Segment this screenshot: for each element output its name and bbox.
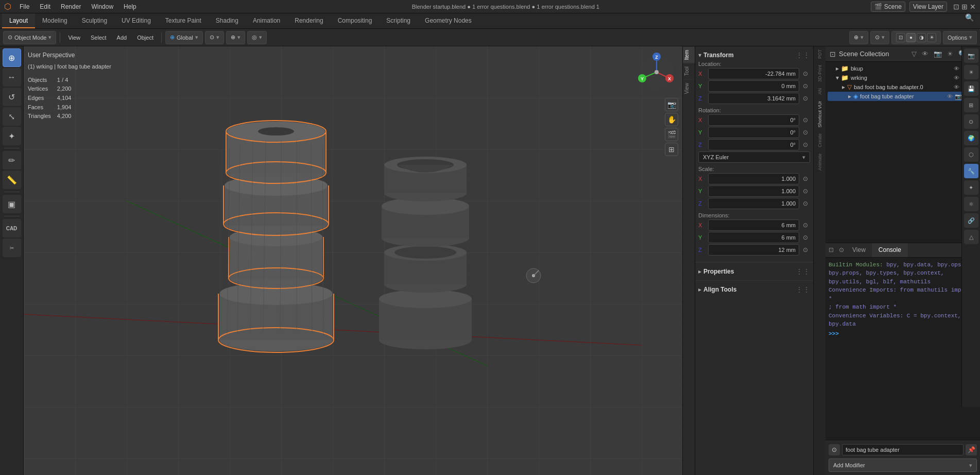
tool-rotate[interactable]: ↺ [3, 88, 21, 106]
blender-logo[interactable]: ⬡ [4, 2, 11, 11]
view-menu[interactable]: View [64, 31, 84, 44]
nav-grid[interactable]: ⊞ [665, 143, 678, 156]
tool-move[interactable]: ↔ [3, 68, 21, 87]
wireframe-btn[interactable]: ⊡ [896, 33, 905, 42]
tool-add-cube[interactable]: ▣ [3, 195, 21, 213]
prop-icon-constraints[interactable]: 🔗 [964, 213, 978, 228]
add-modifier-btn[interactable]: Add Modifier ▾ [829, 459, 977, 472]
prop-icon-modifier[interactable]: 🔧 [964, 164, 978, 178]
tab-geometry-nodes[interactable]: Geometry Nodes [418, 13, 479, 28]
bkup-eye[interactable]: 👁 [954, 65, 959, 72]
tool-cad2[interactable]: ✂ [3, 239, 21, 257]
rotation-y-input[interactable]: 0° [708, 127, 799, 138]
dim-z-input[interactable]: 12 mm [708, 244, 799, 256]
location-z-input[interactable]: 3.1642 mm [708, 93, 799, 104]
animate-label[interactable]: Animate [816, 150, 823, 174]
transform-orientation[interactable]: ⊕ Global ▾ [165, 31, 203, 44]
options-dropdown[interactable]: Options ▾ [943, 31, 977, 44]
menu-edit[interactable]: Edit [36, 2, 55, 11]
foot-bag-cam[interactable]: 📷 [955, 93, 962, 100]
scene-camera-icon[interactable]: 📷 [934, 50, 942, 58]
tab-texture-paint[interactable]: Texture Paint [158, 13, 209, 28]
tab-shading[interactable]: Shading [209, 13, 246, 28]
dim-x-input[interactable]: 6 mm [708, 219, 799, 231]
wrking-eye[interactable]: 👁 [954, 75, 959, 81]
prop-icon-view-layer[interactable]: ⊞ [964, 98, 978, 112]
tab-compositing[interactable]: Compositing [331, 13, 380, 28]
dim-x-copy[interactable]: ⊙ [801, 220, 810, 230]
location-x-input[interactable]: -22.784 mm [708, 68, 799, 79]
an-label[interactable]: AN [816, 85, 823, 98]
create-label[interactable]: Create [816, 130, 823, 150]
align-tools-header[interactable]: ▸ Align Tools ⋮⋮ [698, 284, 810, 295]
prop-icon-scene2[interactable]: ⊙ [964, 114, 978, 129]
collection-item-wrking[interactable]: ▾ 📁 wrking 👁 📷 ☀ [828, 73, 978, 82]
proportional-edit[interactable]: ◎ ▾ [247, 31, 267, 44]
tab-view[interactable]: View [846, 243, 872, 257]
window-btn[interactable]: ⊞ [961, 3, 968, 11]
tool-cursor[interactable]: ⊕ [3, 48, 21, 67]
location-y-input[interactable]: 0 mm [708, 80, 799, 92]
collection-item-bkup[interactable]: ▸ 📁 bkup 👁 📷 ☀ [828, 64, 978, 73]
prop-icon-scene[interactable]: 📷 [964, 48, 978, 63]
prop-icon-object[interactable]: ⬡ [964, 147, 978, 162]
tab-rendering[interactable]: Rendering [287, 13, 330, 28]
dim-y-input[interactable]: 6 mm [708, 232, 799, 243]
rotation-z-input[interactable]: 0° [708, 139, 799, 150]
scale-z-input[interactable]: 1.000 [708, 198, 799, 209]
tool-scale[interactable]: ⤡ [3, 107, 21, 126]
prop-icon-physics[interactable]: ⚛ [964, 197, 978, 211]
scale-x-input[interactable]: 1.000 [708, 173, 799, 184]
snap-btn[interactable]: ⊕ ▾ [226, 31, 245, 44]
object-menu[interactable]: Object [133, 31, 158, 44]
tool-cad[interactable]: CAD [3, 219, 21, 237]
properties-section[interactable]: ▸ Properties ⋮⋮ [695, 262, 813, 280]
dim-z-copy[interactable]: ⊙ [801, 245, 810, 255]
rotation-mode-dropdown[interactable]: XYZ Euler ▾ [698, 151, 810, 163]
console-input[interactable] [841, 331, 977, 337]
tab-icon2[interactable]: ⊙ [837, 243, 846, 257]
nav-hand[interactable]: ✋ [665, 113, 678, 126]
overlay-btn[interactable]: ⊕ ▾ [849, 31, 868, 44]
scale-z-copy[interactable]: ⊙ [801, 199, 810, 208]
align-tools-section[interactable]: ▸ Align Tools ⋮⋮ [695, 280, 813, 298]
viewport-gizmo[interactable]: Z X Y [636, 52, 677, 93]
props-icon-scene[interactable]: ⊙ [829, 444, 840, 455]
location-z-copy[interactable]: ⊙ [801, 94, 810, 103]
tool-measure[interactable]: 📏 [3, 171, 21, 189]
close-btn[interactable]: ✕ [970, 3, 976, 11]
location-y-copy[interactable]: ⊙ [801, 81, 810, 91]
side-tab-tool[interactable]: Tool [683, 63, 695, 79]
pdt-label[interactable]: PDT [816, 46, 823, 62]
view-layer-dropdown[interactable]: View Layer [909, 2, 947, 12]
scale-y-input[interactable]: 1.000 [708, 185, 799, 197]
menu-file[interactable]: File [15, 2, 33, 11]
location-x-copy[interactable]: ⊙ [801, 69, 810, 78]
collection-item-bad-foot[interactable]: ▸ ▽ bad foot bag tube adapter.0 👁 📷 ☀ [828, 82, 978, 92]
rotation-x-input[interactable]: 0° [708, 114, 799, 126]
nav-camera2[interactable]: 🎬 [665, 128, 678, 141]
tab-layout[interactable]: Layout [2, 13, 35, 28]
menu-help[interactable]: Help [119, 2, 141, 11]
tab-modeling[interactable]: Modeling [35, 13, 75, 28]
object-name-pin[interactable]: 📌 [966, 444, 977, 455]
bad-foot-eye[interactable]: 👁 [954, 84, 959, 90]
nav-camera[interactable]: 📷 [665, 98, 678, 111]
prop-icon-render[interactable]: ☀ [964, 65, 978, 79]
scene-eye-icon[interactable]: 👁 [922, 50, 929, 58]
scale-y-copy[interactable]: ⊙ [801, 186, 810, 196]
scale-x-copy[interactable]: ⊙ [801, 174, 810, 183]
side-tab-item[interactable]: Item [683, 46, 695, 63]
tab-uv-editing[interactable]: UV Editing [114, 13, 158, 28]
tool-transform[interactable]: ✦ [3, 127, 21, 145]
viewport-container[interactable]: User Perspective (1) wrking | foot bag t… [24, 46, 682, 475]
mode-selector[interactable]: ⊙ Object Mode ▾ [3, 31, 56, 44]
console-type-icon[interactable]: ⊡ [826, 243, 837, 257]
material-btn[interactable]: ◑ [917, 33, 926, 42]
prop-icon-output[interactable]: 💾 [964, 81, 978, 96]
rotation-x-copy[interactable]: ⊙ [801, 115, 810, 125]
fullscreen-btn[interactable]: ⊡ [953, 3, 959, 11]
rotation-y-copy[interactable]: ⊙ [801, 128, 810, 137]
prop-icon-world[interactable]: 🌍 [964, 131, 978, 145]
foot-bag-eye[interactable]: 👁 [947, 93, 953, 99]
